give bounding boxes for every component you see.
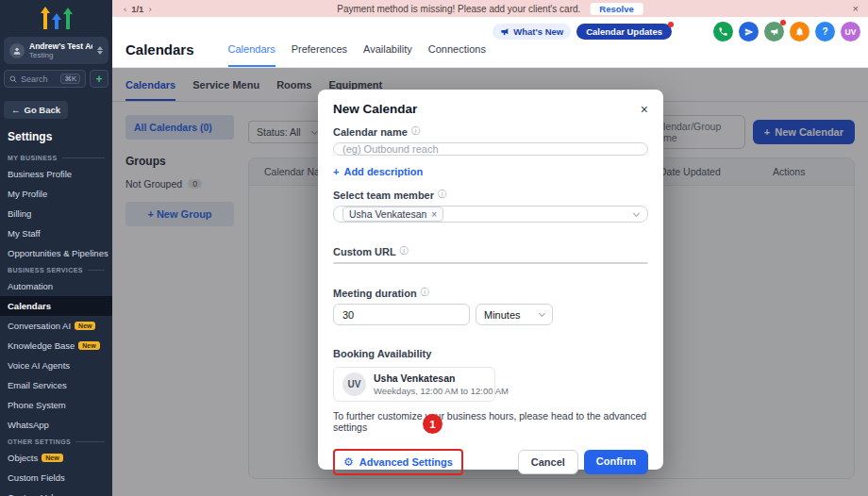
phone-icon xyxy=(718,26,728,37)
question-icon: ? xyxy=(822,26,827,37)
section-label-my-business: MY BUSINESS xyxy=(0,151,112,164)
quick-add-button[interactable]: + xyxy=(90,70,108,88)
sidebar-item-voice-ai-agents[interactable]: Voice AI Agents xyxy=(0,355,112,375)
pagination-next-icon[interactable]: › xyxy=(148,4,151,14)
phone-icon-button[interactable] xyxy=(713,22,733,41)
app-logo-icon xyxy=(0,0,112,35)
sidebar-item-label: Knowledge Base xyxy=(8,340,75,351)
custom-url-label: Custom URL ⓘ xyxy=(333,245,648,257)
availability-label: Booking Availability xyxy=(333,348,648,359)
sidebar-search-input[interactable]: Search ⌘K xyxy=(4,70,86,88)
sidebar-item-email-services[interactable]: Email Services xyxy=(0,375,112,395)
sidebar-item-whatsapp[interactable]: WhatsApp xyxy=(0,415,112,435)
sidebar-item-business-profile[interactable]: Business Profile xyxy=(0,164,112,184)
sidebar-item-phone-system[interactable]: Phone System xyxy=(0,395,112,415)
sidebar-item-label: Automation xyxy=(8,281,53,291)
bell-icon xyxy=(794,26,805,37)
settings-title: Settings xyxy=(0,128,112,151)
hours-note: To further customize your business hours… xyxy=(333,410,648,433)
rocket-icon xyxy=(744,27,754,37)
tab-availability[interactable]: Availability xyxy=(363,43,412,67)
bell-icon-button[interactable] xyxy=(790,22,810,41)
chevron-down-icon xyxy=(539,310,545,317)
sidebar-item-my-staff[interactable]: My Staff xyxy=(0,223,112,243)
info-icon: ⓘ xyxy=(411,125,421,138)
sidebar-item-label: Custom Values xyxy=(8,492,68,496)
advanced-settings-button[interactable]: Advanced Settings xyxy=(359,456,453,468)
duration-unit-select[interactable]: Minutes xyxy=(476,304,553,325)
go-back-button[interactable]: ← Go Back xyxy=(4,101,68,119)
sidebar-item-label: Conversation AI xyxy=(8,321,71,331)
user-avatar[interactable]: UV xyxy=(841,22,860,41)
go-back-label: Go Back xyxy=(25,105,61,115)
sidebar-item-label: My Profile xyxy=(8,189,47,199)
tab-connections[interactable]: Connections xyxy=(428,43,486,67)
banner-message: Payment method is missing! Please add yo… xyxy=(337,4,580,14)
sidebar-search-placeholder: Search xyxy=(21,74,57,84)
sidebar-item-label: Email Services xyxy=(8,380,67,390)
rocket-icon-button[interactable] xyxy=(739,22,759,41)
member-avatar: UV xyxy=(342,372,366,396)
banner-close-icon[interactable]: × xyxy=(853,3,859,14)
sidebar-item-billing[interactable]: Billing xyxy=(0,204,112,223)
pagination-prev-icon[interactable]: ‹ xyxy=(124,4,126,14)
sidebar-item-label: Custom Fields xyxy=(8,472,65,483)
team-member-label: Select team member ⓘ xyxy=(333,189,648,201)
sidebar-item-objects[interactable]: ObjectsNew xyxy=(0,448,112,468)
calendar-name-label: Calendar name ⓘ xyxy=(333,125,648,138)
sidebar-item-label: WhatsApp xyxy=(8,420,49,430)
account-subtitle: Testing xyxy=(29,51,92,59)
page-title: Calendars xyxy=(125,41,194,67)
modal-close-icon[interactable]: × xyxy=(641,103,648,116)
megaphone-icon-button[interactable] xyxy=(764,22,784,41)
annotation-box: ⚙ Advanced Settings xyxy=(333,449,463,475)
sidebar-item-automation[interactable]: Automation xyxy=(0,276,112,296)
whats-new-icon xyxy=(500,27,509,37)
chip-remove-icon[interactable]: × xyxy=(431,209,437,220)
team-member-select[interactable]: Usha Venkatesan × xyxy=(333,206,648,223)
sidebar-item-label: Business Profile xyxy=(8,169,72,179)
sidebar-item-my-profile[interactable]: My Profile xyxy=(0,184,112,204)
tab-preferences[interactable]: Preferences xyxy=(292,43,347,67)
annotation-step-badge: 1 xyxy=(423,414,442,434)
help-icon-button[interactable]: ? xyxy=(815,22,835,41)
tab-calendars[interactable]: Calendars xyxy=(228,43,275,67)
calendar-updates-button[interactable]: Calendar Updates xyxy=(576,24,672,40)
info-icon: ⓘ xyxy=(438,189,447,201)
new-badge: New xyxy=(75,322,95,330)
gear-icon: ⚙ xyxy=(343,455,354,469)
plus-icon: + xyxy=(333,166,339,177)
payment-alert-banner: ‹ 1/1 › Payment method is missing! Pleas… xyxy=(112,0,868,17)
back-arrow-icon: ← xyxy=(11,105,21,115)
whats-new-button[interactable]: What's New xyxy=(492,24,571,40)
team-member-chip: Usha Venkatesan × xyxy=(342,207,443,222)
sidebar-item-knowledge-base[interactable]: Knowledge BaseNew xyxy=(0,336,112,355)
new-calendar-modal: New Calendar × Calendar name ⓘ + Add des… xyxy=(318,90,663,470)
member-availability-card: UV Usha Venkatesan Weekdays, 12:00 AM to… xyxy=(333,367,495,402)
new-badge: New xyxy=(42,454,62,462)
chevron-down-icon xyxy=(633,209,640,216)
confirm-button[interactable]: Confirm xyxy=(584,450,648,474)
sidebar-item-label: Objects xyxy=(8,453,38,463)
notification-dot xyxy=(780,20,786,25)
sidebar-item-calendars[interactable]: Calendars xyxy=(0,296,112,316)
calendar-name-input[interactable] xyxy=(333,142,648,156)
info-icon: ⓘ xyxy=(421,287,430,299)
sidebar-item-custom-values[interactable]: Custom Values xyxy=(0,488,112,496)
resolve-button[interactable]: Resolve xyxy=(590,3,643,15)
search-icon xyxy=(9,75,17,83)
sidebar-item-opportunities-pipelines[interactable]: Opportunities & Pipelines xyxy=(0,243,112,263)
account-name: Andrew's Test Accou... xyxy=(29,41,92,51)
modal-title: New Calendar xyxy=(333,102,417,116)
add-description-button[interactable]: + Add description xyxy=(333,166,648,177)
duration-input[interactable] xyxy=(333,304,470,325)
sidebar-item-conversation-ai[interactable]: Conversation AINew xyxy=(0,316,112,336)
member-hours: Weekdays, 12:00 AM to 12:00 AM xyxy=(374,386,509,396)
member-name: Usha Venkatesan xyxy=(374,372,509,384)
info-icon: ⓘ xyxy=(400,245,409,257)
account-switcher[interactable]: Andrew's Test Accou... Testing xyxy=(4,37,108,64)
sidebar-item-label: Billing xyxy=(8,208,31,219)
command-k-badge: ⌘K xyxy=(60,74,80,84)
cancel-button[interactable]: Cancel xyxy=(518,450,578,474)
sidebar-item-custom-fields[interactable]: Custom Fields xyxy=(0,468,112,488)
